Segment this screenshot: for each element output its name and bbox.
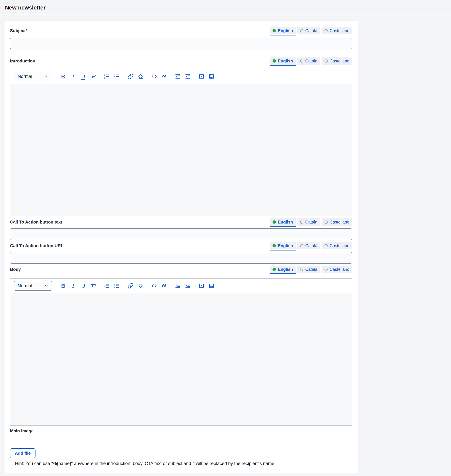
main-image-field: Main image bbox=[10, 428, 352, 433]
radio-unselected-icon bbox=[325, 268, 328, 271]
lang-option-english[interactable]: English bbox=[270, 27, 296, 34]
eraser-icon bbox=[137, 73, 144, 80]
lang-option-label: English bbox=[278, 267, 293, 272]
radio-selected-icon bbox=[273, 29, 276, 32]
image-button[interactable] bbox=[208, 73, 215, 80]
radio-selected-icon bbox=[273, 244, 276, 247]
paragraph-style-select[interactable]: Normal bbox=[14, 72, 52, 81]
radio-unselected-icon bbox=[300, 29, 303, 32]
italic-button[interactable]: I bbox=[69, 282, 77, 290]
italic-button[interactable]: I bbox=[69, 73, 77, 80]
paragraph-style-value: Normal bbox=[18, 283, 32, 289]
radio-unselected-icon bbox=[325, 29, 328, 32]
paragraph-style-select[interactable]: Normal bbox=[14, 281, 52, 291]
introduction-language-selector: English Català Castellano bbox=[270, 57, 352, 65]
radio-unselected-icon bbox=[300, 244, 303, 247]
lang-option-catala[interactable]: Català bbox=[297, 242, 320, 249]
bold-button[interactable]: B bbox=[59, 73, 67, 80]
clear-formatting-button[interactable] bbox=[137, 282, 144, 290]
page-header: New newsletter bbox=[0, 0, 451, 11]
body-field-row: Body English Català Castellano bbox=[10, 265, 352, 273]
link-button[interactable] bbox=[127, 282, 134, 290]
outdent-button[interactable] bbox=[184, 282, 192, 290]
code-button[interactable] bbox=[150, 73, 158, 80]
introduction-editor: Normal B I U 123 bbox=[10, 69, 352, 216]
outdent-button[interactable] bbox=[184, 73, 192, 80]
ordered-list-icon: 123 bbox=[104, 73, 110, 80]
clear-formatting-button[interactable] bbox=[137, 73, 144, 80]
indent-icon bbox=[175, 283, 181, 289]
code-icon bbox=[151, 73, 157, 80]
video-icon bbox=[198, 73, 205, 80]
lang-option-label: Català bbox=[305, 59, 317, 63]
lang-option-catala[interactable]: Català bbox=[297, 27, 320, 34]
line-break-button[interactable] bbox=[89, 282, 97, 290]
radio-unselected-icon bbox=[300, 59, 303, 63]
image-button[interactable] bbox=[208, 282, 215, 290]
newsletter-form-card: Subject* English Català Castellano Intro… bbox=[5, 21, 358, 473]
lang-option-castellano[interactable]: Castellano bbox=[322, 242, 352, 249]
lang-option-label: Castellano bbox=[330, 220, 349, 224]
code-button[interactable] bbox=[150, 282, 158, 290]
lang-option-english[interactable]: English bbox=[270, 266, 296, 273]
underline-button[interactable]: U bbox=[79, 73, 87, 80]
lang-option-castellano[interactable]: Castellano bbox=[322, 266, 352, 273]
radio-unselected-icon bbox=[300, 221, 303, 224]
add-file-button[interactable]: Add file bbox=[10, 448, 36, 458]
introduction-editor-content[interactable] bbox=[10, 84, 352, 216]
introduction-field-row: Introduction English Català Castellano bbox=[10, 57, 352, 65]
video-button[interactable] bbox=[198, 73, 205, 80]
cta-url-label: Call To Action button URL bbox=[10, 243, 63, 248]
eraser-icon bbox=[137, 283, 144, 289]
body-editor-content[interactable] bbox=[10, 293, 352, 425]
link-button[interactable] bbox=[127, 73, 134, 80]
lang-option-label: Castellano bbox=[330, 267, 349, 272]
line-break-button[interactable] bbox=[89, 73, 97, 80]
outdent-icon bbox=[185, 283, 191, 289]
cta-text-input[interactable] bbox=[10, 228, 352, 240]
indent-button[interactable] bbox=[174, 73, 182, 80]
lang-option-castellano[interactable]: Castellano bbox=[322, 57, 352, 65]
ordered-list-icon: 123 bbox=[104, 283, 110, 289]
cta-url-input[interactable] bbox=[10, 252, 352, 264]
bullet-list-button[interactable] bbox=[113, 282, 121, 290]
radio-selected-icon bbox=[273, 59, 276, 63]
radio-unselected-icon bbox=[325, 244, 328, 247]
link-icon bbox=[127, 73, 134, 80]
cta-url-field: Call To Action button URL English Català… bbox=[10, 242, 352, 264]
ordered-list-button[interactable]: 123 bbox=[103, 282, 111, 290]
chevron-down-icon bbox=[44, 284, 48, 288]
lang-option-label: English bbox=[278, 220, 293, 224]
outdent-icon bbox=[185, 73, 191, 80]
bullet-list-button[interactable] bbox=[113, 73, 121, 80]
lang-option-label: English bbox=[278, 59, 293, 63]
blockquote-button[interactable]: “ bbox=[160, 73, 168, 80]
cta-text-label: Call To Action button text bbox=[10, 220, 62, 225]
introduction-field: Introduction English Català Castellano bbox=[10, 57, 352, 216]
body-language-selector: English Català Castellano bbox=[270, 266, 352, 273]
radio-unselected-icon bbox=[325, 221, 328, 224]
lang-option-english[interactable]: English bbox=[270, 242, 296, 249]
subject-input[interactable] bbox=[10, 38, 352, 49]
cta-text-field: Call To Action button text English Catal… bbox=[10, 218, 352, 240]
radio-unselected-icon bbox=[300, 268, 303, 271]
lang-option-catala[interactable]: Català bbox=[297, 218, 320, 226]
lang-option-castellano[interactable]: Castellano bbox=[322, 27, 352, 34]
bold-button[interactable]: B bbox=[59, 282, 67, 290]
lang-option-castellano[interactable]: Castellano bbox=[322, 218, 352, 226]
lang-option-english[interactable]: English bbox=[270, 57, 296, 65]
paragraph-style-value: Normal bbox=[18, 74, 32, 79]
lang-option-label: Català bbox=[305, 28, 317, 33]
svg-text:3: 3 bbox=[104, 77, 106, 79]
lang-option-label: Català bbox=[305, 243, 317, 248]
lang-option-english[interactable]: English bbox=[270, 218, 296, 226]
lang-option-catala[interactable]: Català bbox=[297, 57, 320, 65]
video-button[interactable] bbox=[198, 282, 205, 290]
lang-option-label: English bbox=[278, 28, 293, 33]
ordered-list-button[interactable]: 123 bbox=[103, 73, 111, 80]
lang-option-catala[interactable]: Català bbox=[297, 266, 320, 273]
indent-button[interactable] bbox=[174, 282, 182, 290]
blockquote-button[interactable]: “ bbox=[160, 282, 168, 290]
svg-text:3: 3 bbox=[104, 286, 106, 289]
underline-button[interactable]: U bbox=[79, 282, 87, 290]
